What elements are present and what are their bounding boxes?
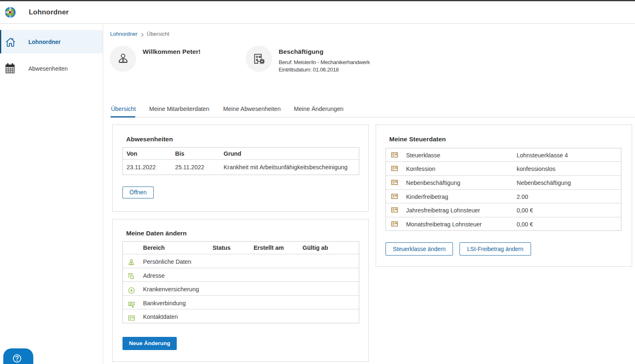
svg-text:€: € <box>132 303 134 308</box>
